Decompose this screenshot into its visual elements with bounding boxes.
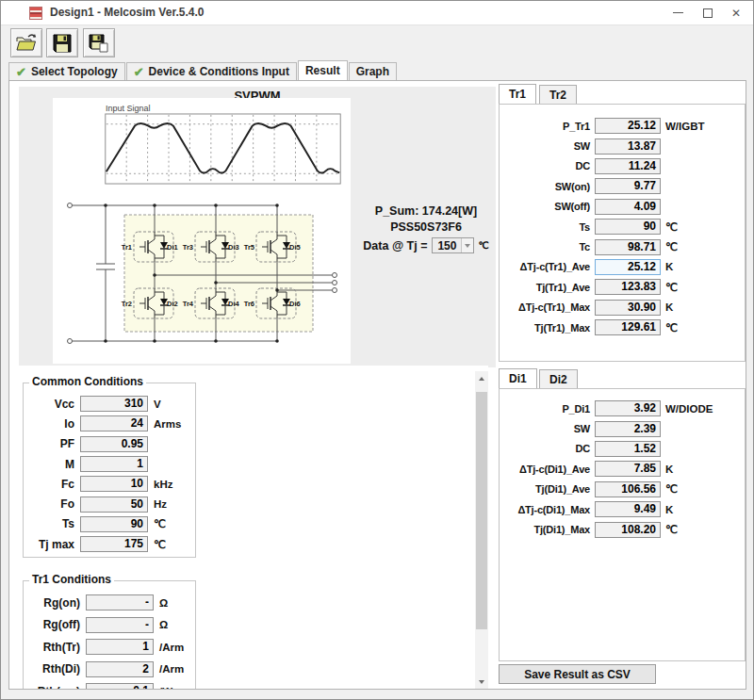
close-button[interactable]: ✕	[721, 1, 751, 24]
result-row: P_Di13.92W/DIODE	[500, 399, 745, 418]
condition-row: Vcc310V	[24, 394, 195, 414]
condition-row: M1	[24, 454, 195, 474]
conditions-scrollbar[interactable]	[475, 371, 488, 689]
value-field: 90	[595, 219, 661, 235]
minimize-icon	[673, 12, 683, 13]
condition-row: Rth(Di)2/Arm	[24, 659, 195, 681]
condition-row: Rg(on)-Ω	[24, 592, 195, 614]
tab-device-conditions-input[interactable]: ✔ Device & Conditions Input	[126, 62, 297, 80]
save-as-button[interactable]	[83, 28, 115, 57]
result-row: DC1.52	[500, 439, 745, 459]
chevron-down-icon	[461, 238, 473, 252]
minimize-button[interactable]	[663, 1, 693, 24]
value-field: 175	[80, 536, 148, 552]
result-row: P_Tr125.12W/IGBT	[500, 116, 745, 136]
value-field: 2.39	[595, 421, 661, 437]
value-field: 0.1	[86, 683, 154, 689]
tab-result[interactable]: Result	[298, 60, 348, 80]
value-field: 3.92	[595, 400, 661, 416]
value-field: -	[86, 594, 154, 610]
open-file-button[interactable]	[10, 28, 42, 57]
igbt-label: Tr6	[244, 300, 254, 308]
result-row: ΔTj-c(Tr1)_Ave25.12K	[500, 257, 745, 277]
tab-tr2[interactable]: Tr2	[539, 85, 577, 104]
conditions-scroll-area: Common Conditions Vcc310V Io24Arms PF0.9…	[11, 366, 488, 689]
p-sum-total: P_Sum: 174.24[W]	[351, 203, 501, 220]
value-field: 30.90	[595, 300, 661, 316]
result-row: Tj(Di1)_Ave106.56℃	[500, 480, 745, 499]
result-row: Tj(Tr1)_Max129.61℃	[500, 317, 745, 337]
tab-select-topology[interactable]: ✔ Select Topology	[8, 62, 125, 80]
condition-row: Rth(c-s)0.1/W	[24, 680, 195, 689]
tab-graph[interactable]: Graph	[349, 62, 397, 80]
save-floppy-icon	[52, 33, 73, 54]
topology-preview-panel: SVPWM Input Signal	[19, 87, 496, 367]
scrollbar-thumb[interactable]	[476, 392, 487, 629]
condition-row: PF0.95	[24, 434, 195, 454]
condition-row: Fc10kHz	[24, 474, 195, 494]
diode-label: Di6	[289, 300, 301, 308]
tj-unit: ℃	[478, 240, 488, 251]
value-field: 25.12	[595, 118, 661, 134]
result-row: DC11.24	[500, 156, 745, 176]
result-row: Ts90℃	[500, 217, 745, 236]
tab-label: Select Topology	[31, 65, 118, 78]
igbt-label: Tr1	[122, 243, 132, 252]
tab-tr1[interactable]: Tr1	[499, 84, 536, 104]
scroll-down-button[interactable]	[475, 675, 488, 689]
scroll-down-icon	[479, 680, 484, 684]
value-field: 1.52	[595, 441, 661, 457]
window-title: Design1 - Melcosim Ver.5.4.0	[50, 6, 204, 19]
circuit-diagram: Tr1 Tr3 Tr5 Tr2 Tr4 Tr6 Di1 Di3 Di5 Di2 …	[60, 192, 343, 354]
value-field: 108.20	[595, 522, 661, 538]
save-as-icon	[88, 33, 110, 54]
open-folder-icon	[15, 33, 38, 54]
result-row: Tj(Tr1)_Ave123.83℃	[500, 277, 745, 297]
tj-select[interactable]: 150	[432, 237, 474, 253]
value-field: 1	[80, 456, 148, 472]
value-field: 11.24	[595, 158, 661, 174]
value-field: 13.87	[595, 138, 661, 155]
value-field: 90	[80, 516, 148, 532]
app-icon	[29, 7, 42, 20]
igbt-label: Tr3	[183, 243, 193, 252]
titlebar: Design1 - Melcosim Ver.5.4.0 ✕	[1, 1, 753, 25]
common-conditions-group: Common Conditions Vcc310V Io24Arms PF0.9…	[23, 383, 196, 558]
value-field: 1	[86, 639, 154, 655]
result-row: SW(on)9.77	[500, 176, 745, 196]
tr1-conditions-group: Tr1 Conditions Rg(on)-Ω Rg(off)-Ω Rth(Tr…	[23, 580, 196, 689]
svpwm-waveform	[103, 113, 343, 185]
value-field: 106.56	[595, 481, 661, 497]
data-at-tj-label: Data @ Tj =	[363, 239, 427, 252]
value-field: 7.85	[595, 461, 661, 477]
diode-label: Di1	[167, 243, 178, 252]
result-row: SW13.87	[500, 136, 745, 155]
value-field-highlighted: 25.12	[595, 259, 661, 275]
save-result-csv-button[interactable]: Save Result as CSV	[499, 664, 656, 684]
check-icon: ✔	[16, 66, 26, 78]
result-row: Tc98.71℃	[500, 236, 745, 256]
igbt-label: Tr2	[122, 300, 132, 308]
close-icon: ✕	[731, 7, 741, 20]
tab-label: Result	[305, 64, 340, 77]
value-field: 24	[80, 415, 148, 431]
maximize-icon	[703, 8, 713, 18]
value-field: 9.77	[595, 178, 661, 194]
tab-label: Device & Conditions Input	[149, 65, 289, 78]
condition-row: Rth(Tr)1/Arm	[24, 636, 195, 659]
maximize-button[interactable]	[693, 1, 723, 24]
condition-row: Fo50Hz	[24, 494, 195, 513]
tj-selected-value: 150	[433, 239, 461, 252]
tab-di2[interactable]: Di2	[539, 369, 578, 388]
value-field: 0.95	[80, 436, 148, 452]
toolbar	[1, 26, 753, 60]
value-field: 4.09	[595, 199, 661, 215]
tab-di1[interactable]: Di1	[499, 368, 537, 388]
save-button[interactable]	[46, 28, 78, 57]
scroll-up-button[interactable]	[475, 371, 488, 385]
result-row: ΔTj-c(Di1)_Ave7.85K	[500, 459, 745, 479]
condition-row: Tj max175℃	[24, 534, 195, 554]
device-name: PSS50S73F6	[351, 220, 501, 236]
di-result-panel: P_Di13.92W/DIODE SW2.39 DC1.52 ΔTj-c(Di1…	[499, 388, 746, 661]
value-field: 2	[86, 661, 154, 677]
